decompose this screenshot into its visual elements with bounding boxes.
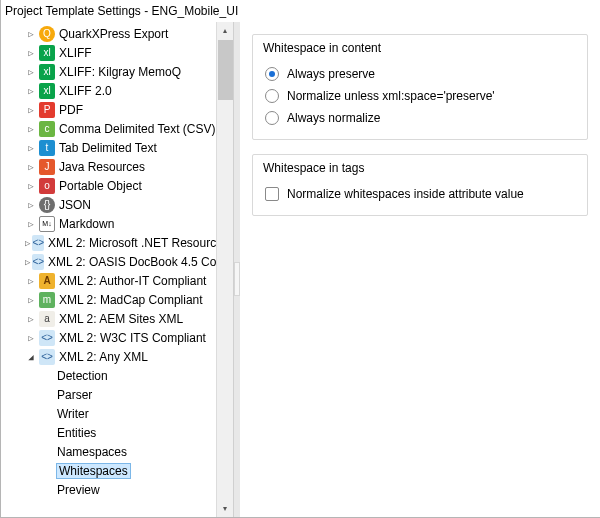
tree-item-label: Tab Delimited Text [59, 141, 157, 155]
tree-subitem[interactable]: Whitespaces [1, 461, 216, 480]
tree-twisty-icon[interactable]: ▷ [25, 161, 37, 173]
tree-twisty-none [43, 465, 55, 477]
tree-subitem[interactable]: Parser [1, 385, 216, 404]
checkbox-label: Normalize whitespaces inside attribute v… [287, 187, 524, 201]
tree-twisty-icon[interactable]: ▷ [25, 237, 30, 249]
tree-item-label: Whitespaces [57, 464, 130, 478]
tree-twisty-icon[interactable]: ▷ [25, 104, 37, 116]
tree-twisty-icon[interactable]: ▷ [25, 28, 37, 40]
tree-item[interactable]: ▷cComma Delimited Text (CSV) [1, 119, 216, 138]
tree-twisty-icon[interactable]: ▷ [25, 180, 37, 192]
radio-always-normalize[interactable]: Always normalize [265, 107, 575, 129]
filetype-icon: P [39, 102, 55, 118]
tree-item-label: Detection [57, 369, 108, 383]
dialog-window: Project Template Settings - ENG_Mobile_U… [0, 0, 600, 518]
tree-twisty-icon[interactable]: ▷ [25, 313, 37, 325]
tree-twisty-icon[interactable]: ▷ [25, 218, 37, 230]
tree-item-label: Java Resources [59, 160, 145, 174]
radio-always-preserve[interactable]: Always preserve [265, 63, 575, 85]
tree-item[interactable]: ▷JJava Resources [1, 157, 216, 176]
vertical-scrollbar[interactable]: ▴ ▾ [216, 22, 233, 517]
tree-subitem[interactable]: Entities [1, 423, 216, 442]
tree-item[interactable]: ▷oPortable Object [1, 176, 216, 195]
tree-subitem[interactable]: Writer [1, 404, 216, 423]
tree-item-label: XLIFF [59, 46, 92, 60]
tree-item-label: Preview [57, 483, 100, 497]
tree-item-label: Namespaces [57, 445, 127, 459]
tree-item-label: QuarkXPress Export [59, 27, 168, 41]
radio-icon [265, 89, 279, 103]
filetype-icon: <> [39, 349, 55, 365]
radio-label: Always preserve [287, 67, 375, 81]
tree-twisty-icon[interactable]: ▷ [25, 256, 30, 268]
tree-twisty-icon[interactable]: ▷ [25, 66, 37, 78]
group-title: Whitespace in tags [263, 161, 364, 175]
tree-twisty-none [43, 484, 55, 496]
tree-item[interactable]: ▷aXML 2: AEM Sites XML [1, 309, 216, 328]
tree-item[interactable]: ▷{}JSON [1, 195, 216, 214]
tree-item[interactable]: ▷<>XML 2: Microsoft .NET Resourc [1, 233, 216, 252]
tree-item-label: JSON [59, 198, 91, 212]
tree-item[interactable]: ▷AXML 2: Author-IT Compliant [1, 271, 216, 290]
settings-tree[interactable]: ▷QQuarkXPress Export▷xlXLIFF▷xlXLIFF: Ki… [1, 22, 216, 517]
tree-item[interactable]: ▷xlXLIFF: Kilgray MemoQ [1, 62, 216, 81]
tree-twisty-icon[interactable]: ▷ [25, 123, 37, 135]
tree-item[interactable]: ◢<>XML 2: Any XML [1, 347, 216, 366]
tree-item-label: Parser [57, 388, 92, 402]
tree-item[interactable]: ▷<>XML 2: W3C ITS Compliant [1, 328, 216, 347]
radio-icon [265, 111, 279, 125]
group-whitespace-tags: Whitespace in tags Normalize whitespaces… [252, 154, 588, 216]
tree-twisty-icon[interactable]: ▷ [25, 332, 37, 344]
tree-twisty-icon[interactable]: ▷ [25, 275, 37, 287]
tree-item[interactable]: ▷QQuarkXPress Export [1, 24, 216, 43]
filetype-icon: o [39, 178, 55, 194]
filetype-icon: <> [32, 254, 44, 270]
filetype-icon: Q [39, 26, 55, 42]
scroll-up-button[interactable]: ▴ [217, 22, 234, 39]
tree-item[interactable]: ▷tTab Delimited Text [1, 138, 216, 157]
tree-item-label: XML 2: Author-IT Compliant [59, 274, 206, 288]
filetype-icon: {} [39, 197, 55, 213]
filetype-icon: J [39, 159, 55, 175]
tree-item[interactable]: ▷PPDF [1, 100, 216, 119]
filetype-icon: xl [39, 64, 55, 80]
tree-twisty-icon[interactable]: ▷ [25, 199, 37, 211]
tree-item[interactable]: ▷<>XML 2: OASIS DocBook 4.5 Co [1, 252, 216, 271]
filetype-icon: c [39, 121, 55, 137]
scroll-thumb[interactable] [218, 40, 233, 100]
tree-item-label: Writer [57, 407, 89, 421]
tree-item-label: PDF [59, 103, 83, 117]
filetype-icon: <> [32, 235, 44, 251]
tree-item[interactable]: ▷xlXLIFF [1, 43, 216, 62]
group-whitespace-content: Whitespace in content Always preserve No… [252, 34, 588, 140]
tree-twisty-icon[interactable]: ◢ [25, 351, 37, 363]
tree-item-label: XML 2: Microsoft .NET Resourc [48, 236, 216, 250]
tree-item-label: XML 2: Any XML [59, 350, 148, 364]
window-title: Project Template Settings - ENG_Mobile_U… [1, 0, 600, 22]
tree-twisty-icon[interactable]: ▷ [25, 294, 37, 306]
checkbox-normalize-attr[interactable]: Normalize whitespaces inside attribute v… [265, 183, 575, 205]
radio-normalize-unless[interactable]: Normalize unless xml:space='preserve' [265, 85, 575, 107]
tree-subitem[interactable]: Preview [1, 480, 216, 499]
checkbox-icon [265, 187, 279, 201]
tree-twisty-none [43, 389, 55, 401]
group-title: Whitespace in content [263, 41, 381, 55]
tree-twisty-icon[interactable]: ▷ [25, 85, 37, 97]
filetype-icon: A [39, 273, 55, 289]
tree-item-label: XML 2: W3C ITS Compliant [59, 331, 206, 345]
tree-item[interactable]: ▷xlXLIFF 2.0 [1, 81, 216, 100]
tree-twisty-none [43, 408, 55, 420]
tree-subitem[interactable]: Namespaces [1, 442, 216, 461]
tree-subitem[interactable]: Detection [1, 366, 216, 385]
radio-label: Always normalize [287, 111, 380, 125]
filetype-icon: m [39, 292, 55, 308]
scroll-down-button[interactable]: ▾ [217, 500, 234, 517]
tree-item-label: XLIFF: Kilgray MemoQ [59, 65, 181, 79]
tree-item[interactable]: ▷mXML 2: MadCap Compliant [1, 290, 216, 309]
tree-twisty-icon[interactable]: ▷ [25, 47, 37, 59]
filetype-icon: xl [39, 83, 55, 99]
tree-item[interactable]: ▷M↓Markdown [1, 214, 216, 233]
tree-twisty-icon[interactable]: ▷ [25, 142, 37, 154]
tree-twisty-none [43, 427, 55, 439]
filetype-icon: xl [39, 45, 55, 61]
